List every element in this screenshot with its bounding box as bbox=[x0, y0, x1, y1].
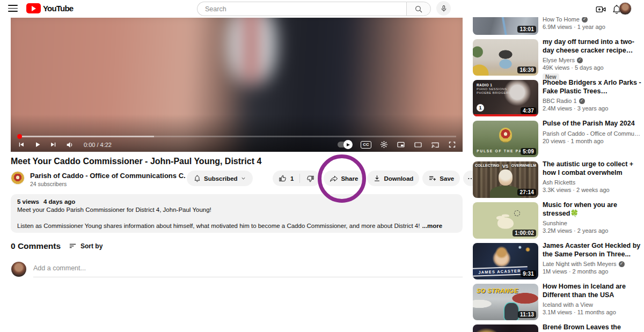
video-duration-badge: 5:09 bbox=[521, 148, 536, 155]
channel-name[interactable]: BBC Radio 1 bbox=[543, 97, 577, 105]
video-title[interactable]: Brené Brown Leaves the Audience SPEECHLE… bbox=[543, 323, 642, 332]
video-thumbnail[interactable]: "DO NOT bbox=[473, 324, 538, 332]
share-icon bbox=[330, 174, 338, 183]
search-input[interactable] bbox=[197, 2, 406, 16]
video-meta: 49K views · 5 days ago bbox=[543, 64, 642, 71]
sidebar-video-item[interactable]: "DO NOT Brené Brown Leaves the Audience … bbox=[473, 324, 642, 332]
video-info: The autistic urge to collect + how I com… bbox=[543, 160, 642, 198]
channel-name[interactable]: Parish of Caddo - Office of Commun... bbox=[543, 130, 642, 137]
video-duration-badge: 1:00:02 bbox=[513, 230, 536, 237]
download-button[interactable]: Download bbox=[367, 171, 419, 186]
add-comment-input[interactable]: Add a comment... bbox=[33, 264, 463, 277]
video-title[interactable]: my day off turned into a two-day cheese … bbox=[543, 38, 642, 55]
video-player[interactable]: 0:00 / 4:22 CC bbox=[11, 18, 463, 152]
sidebar-video-item[interactable]: PULSE OF THE PARISH 5:09 Pulse of the Pa… bbox=[473, 121, 642, 157]
channel-row[interactable]: Elyse Myers ✓ bbox=[543, 56, 642, 64]
sidebar-video-item[interactable]: RADIO 1PIANO SESSIONSPHOEBE BRIDGERS 4:3… bbox=[473, 80, 642, 116]
video-duration-badge: 9:31 bbox=[521, 270, 536, 277]
settings-button[interactable] bbox=[380, 141, 388, 149]
channel-name[interactable]: Sunshine bbox=[543, 219, 567, 227]
share-button[interactable]: Share bbox=[324, 171, 364, 186]
video-thumbnail[interactable]: PULSE OF THE PARISH 5:09 bbox=[473, 121, 538, 157]
next-button[interactable] bbox=[49, 141, 57, 149]
youtube-play-icon bbox=[26, 3, 41, 13]
channel-name[interactable]: Late Night with Seth Meyers bbox=[543, 260, 617, 268]
verified-badge-icon: ✓ bbox=[582, 17, 588, 23]
video-thumbnail[interactable]: JAMES ACASTER 9:31 bbox=[473, 243, 538, 279]
youtube-logo[interactable]: YouTube bbox=[26, 3, 73, 13]
chevron-down-icon bbox=[240, 175, 246, 181]
video-title[interactable]: Music for when you are stressed🍀 bbox=[543, 201, 642, 218]
sidebar-video-item[interactable]: 16:39 my day off turned into a two-day c… bbox=[473, 39, 642, 76]
thumbnail-overlay-text: JAMES ACASTER bbox=[473, 267, 528, 276]
voice-search-button[interactable] bbox=[436, 1, 451, 16]
action-bar: 1 Share Download Save bbox=[273, 171, 479, 186]
download-label: Download bbox=[384, 175, 413, 182]
channel-row[interactable]: Sunshine ✓ bbox=[543, 219, 642, 227]
video-thumbnail[interactable]: 1:00:02 bbox=[473, 202, 538, 239]
channel-name[interactable]: Iceland with a View bbox=[543, 301, 593, 308]
fullscreen-button[interactable] bbox=[448, 141, 456, 149]
sort-by-button[interactable]: Sort by bbox=[69, 242, 103, 250]
show-more-link[interactable]: ...more bbox=[422, 223, 442, 229]
comments-count-header: 0 Comments bbox=[11, 241, 61, 251]
video-title[interactable]: Phoebe Bridgers x Arlo Parks - Fake Plas… bbox=[543, 79, 642, 95]
channel-row[interactable]: Parish of Caddo - Office of Commun... ✓ bbox=[543, 130, 642, 137]
video-title[interactable]: Pulse of the Parish May 2024 bbox=[543, 120, 642, 128]
subscribed-button[interactable]: Subscribed bbox=[187, 171, 253, 186]
sidebar-video-item[interactable]: COLLECTINGVSOVERWHELM 27:14 The autistic… bbox=[473, 161, 642, 198]
video-thumbnail[interactable]: 16:39 bbox=[473, 39, 538, 76]
masthead: YouTube bbox=[0, 0, 644, 17]
miniplayer-button[interactable] bbox=[397, 141, 405, 149]
search-button[interactable] bbox=[406, 2, 431, 16]
channel-row[interactable]: Late Night with Seth Meyers ✓ bbox=[543, 260, 642, 268]
volume-button[interactable] bbox=[65, 141, 74, 149]
video-info: Brené Brown Leaves the Audience SPEECHLE… bbox=[543, 323, 642, 332]
cast-button[interactable] bbox=[431, 141, 440, 149]
description-box[interactable]: 5 views4 days ago Meet your Caddo Parish… bbox=[11, 194, 463, 233]
video-meta: 20 views · 1 month ago bbox=[543, 137, 642, 145]
video-title[interactable]: How Homes in Iceland are Different than … bbox=[543, 283, 642, 299]
video-title[interactable]: James Acaster Got Heckled by the Same Pe… bbox=[543, 242, 642, 259]
video-thumbnail[interactable]: COLLECTINGVSOVERWHELM 27:14 bbox=[473, 161, 538, 198]
save-button[interactable]: Save bbox=[422, 171, 460, 186]
related-videos-sidebar: 13:01 How To Home ✓ 6.9M views · 1 year … bbox=[473, 0, 642, 332]
video-duration-badge: 16:39 bbox=[517, 67, 536, 73]
play-button[interactable] bbox=[33, 141, 41, 149]
account-avatar[interactable] bbox=[619, 2, 632, 15]
dislike-button[interactable] bbox=[300, 171, 320, 186]
video-thumbnail[interactable]: RADIO 1PIANO SESSIONSPHOEBE BRIDGERS 4:3… bbox=[473, 80, 538, 116]
create-button[interactable] bbox=[595, 3, 606, 15]
video-title[interactable]: The autistic urge to collect + how I com… bbox=[543, 160, 642, 177]
sidebar-video-item[interactable]: JAMES ACASTER 9:31 James Acaster Got Hec… bbox=[473, 243, 642, 279]
theater-mode-button[interactable] bbox=[414, 141, 422, 149]
video-meta: 3.3K views · 2 weeks ago bbox=[543, 186, 642, 194]
subscriber-count: 24 subscribers bbox=[30, 181, 67, 187]
watch-channel-name[interactable]: Parish of Caddo - Office of Communicatio… bbox=[30, 172, 186, 180]
autoplay-knob-icon bbox=[343, 140, 353, 149]
autoplay-toggle[interactable] bbox=[338, 142, 352, 147]
channel-row[interactable]: Iceland with a View ✓ bbox=[543, 301, 642, 308]
video-meta: 3.1M views · 11 months ago bbox=[543, 308, 642, 316]
player-controls: 0:00 / 4:22 CC bbox=[11, 137, 463, 152]
like-button[interactable]: 1 bbox=[273, 171, 299, 186]
video-duration-badge: 11:13 bbox=[518, 311, 536, 318]
video-duration-badge: 27:14 bbox=[517, 189, 536, 196]
channel-name[interactable]: Ash Ricketts bbox=[543, 179, 575, 186]
subscribed-label: Subscribed bbox=[204, 175, 238, 182]
channel-name[interactable]: Elyse Myers bbox=[543, 56, 575, 64]
sidebar-video-item[interactable]: 1:00:02 Music for when you are stressed🍀… bbox=[473, 202, 642, 239]
video-info: Phoebe Bridgers x Arlo Parks - Fake Plas… bbox=[543, 79, 642, 116]
hamburger-menu-button[interactable] bbox=[8, 5, 18, 12]
view-count: 5 views bbox=[17, 198, 39, 205]
channel-row[interactable]: BBC Radio 1 ✓ bbox=[543, 97, 642, 105]
description-line-2: Listen as Commissioner Young shares info… bbox=[17, 222, 456, 230]
channel-row[interactable]: Ash Ricketts ✓ bbox=[543, 179, 642, 186]
microphone-icon bbox=[440, 5, 448, 12]
captions-button[interactable]: CC bbox=[361, 141, 371, 149]
watch-video-title: Meet Your Caddo Commissioner - John-Paul… bbox=[11, 156, 451, 167]
sidebar-video-item[interactable]: SO STRANGE 11:13 How Homes in Iceland ar… bbox=[473, 284, 642, 320]
video-thumbnail[interactable]: SO STRANGE 11:13 bbox=[473, 284, 538, 320]
previous-button[interactable] bbox=[17, 141, 25, 149]
channel-avatar[interactable] bbox=[11, 171, 25, 185]
